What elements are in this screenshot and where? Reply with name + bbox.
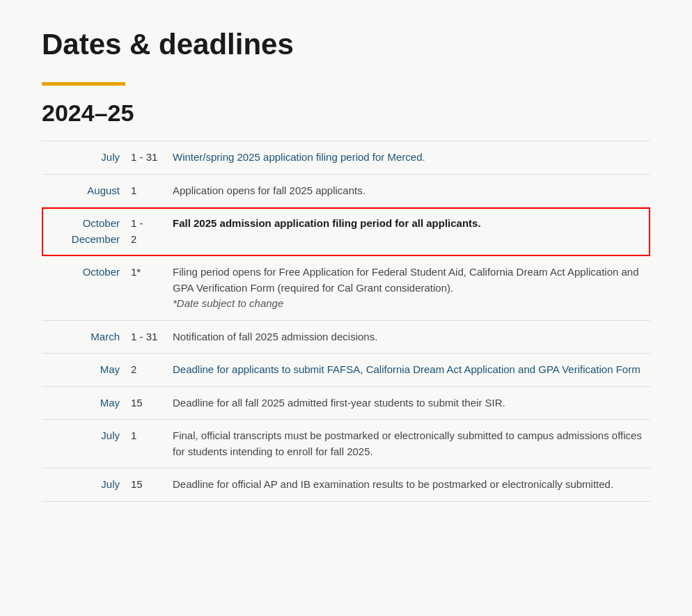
row-description: Deadline for official AP and IB examinat… bbox=[167, 468, 650, 502]
row-date: 1 bbox=[125, 174, 167, 207]
row-date: 1 bbox=[125, 420, 167, 468]
dates-table: July 1 - 31 Winter/spring 2025 applicati… bbox=[42, 141, 650, 502]
row-month: March bbox=[42, 320, 125, 354]
row-month: July bbox=[42, 420, 125, 468]
row-description: Winter/spring 2025 application filing pe… bbox=[167, 141, 650, 175]
gold-divider bbox=[42, 82, 125, 86]
table-row-highlighted: October December 1 - 2 Fall 2025 admissi… bbox=[42, 207, 650, 256]
row-month: July bbox=[42, 141, 125, 175]
row-month: October bbox=[42, 256, 125, 321]
row-description: Final, official transcripts must be post… bbox=[167, 420, 650, 468]
page-title: Dates & deadlines bbox=[42, 28, 650, 61]
table-row: July 1 Final, official transcripts must … bbox=[42, 420, 650, 468]
row-description: Application opens for fall 2025 applican… bbox=[167, 174, 650, 207]
row-month: May bbox=[42, 354, 125, 387]
table-row: October 1* Filing period opens for Free … bbox=[42, 256, 650, 321]
date-end: 2 bbox=[131, 232, 162, 248]
row-description: Fall 2025 admission application filing p… bbox=[167, 207, 650, 256]
table-row: July 1 - 31 Winter/spring 2025 applicati… bbox=[42, 141, 650, 175]
table-row: August 1 Application opens for fall 2025… bbox=[42, 174, 650, 207]
row-description: Filing period opens for Free Application… bbox=[167, 256, 650, 321]
row-description: Deadline for all fall 2025 admitted firs… bbox=[167, 386, 650, 420]
row-month: July bbox=[42, 468, 125, 502]
date-start: 1 - bbox=[131, 216, 162, 232]
row-date: 1 - 31 bbox=[125, 141, 167, 175]
row-date: 1* bbox=[125, 256, 167, 321]
row-month: August bbox=[42, 174, 125, 207]
row-note: *Date subject to change bbox=[173, 297, 283, 309]
table-row: May 2 Deadline for applicants to submit … bbox=[42, 354, 650, 387]
row-date: 1 - 31 bbox=[125, 320, 167, 354]
row-month: May bbox=[42, 386, 125, 420]
row-month: October December bbox=[42, 207, 125, 256]
row-description: Deadline for applicants to submit FAFSA,… bbox=[167, 354, 650, 387]
month-end: December bbox=[72, 232, 120, 248]
table-row: May 15 Deadline for all fall 2025 admitt… bbox=[42, 386, 650, 420]
row-date: 2 bbox=[125, 354, 167, 387]
row-date: 15 bbox=[125, 468, 167, 502]
row-date: 15 bbox=[125, 386, 167, 420]
table-row: July 15 Deadline for official AP and IB … bbox=[42, 468, 650, 502]
year-heading: 2024–25 bbox=[42, 100, 650, 127]
row-description: Notification of fall 2025 admission deci… bbox=[167, 320, 650, 354]
table-row: March 1 - 31 Notification of fall 2025 a… bbox=[42, 320, 650, 354]
row-date: 1 - 2 bbox=[125, 207, 167, 256]
month-start: October bbox=[83, 216, 120, 232]
